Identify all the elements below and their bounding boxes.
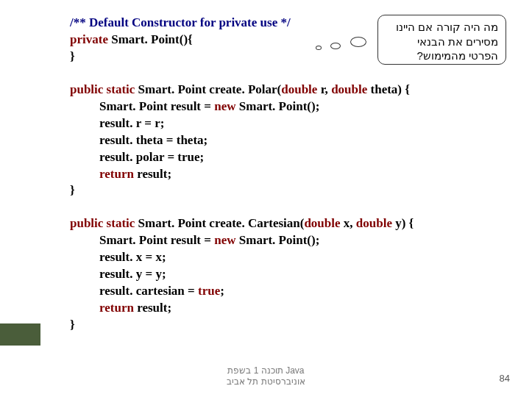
- footer-line: תוכנה 1 בשפת Java: [0, 365, 532, 377]
- slide-footer: תוכנה 1 בשפת Java אוניברסיטת תל אביב: [0, 365, 532, 388]
- keyword-return: return: [99, 301, 134, 315]
- code-line: result. theta = theta;: [70, 132, 510, 149]
- keyword-public: public: [70, 82, 103, 96]
- code-text: result. cartesian =: [99, 284, 198, 298]
- code-line: result. polar = true;: [70, 149, 510, 166]
- keyword-double: double: [304, 216, 340, 230]
- page-number: 84: [500, 373, 510, 384]
- code-constructor: /** Default Constructor for private use …: [70, 15, 510, 65]
- code-text: Smart. Point();: [236, 233, 320, 247]
- code-text: result;: [134, 167, 171, 181]
- keyword-double: double: [356, 216, 392, 230]
- code-text: x,: [341, 216, 356, 230]
- code-line: }: [70, 182, 510, 199]
- footer-line: אוניברסיטת תל אביב: [0, 376, 532, 388]
- code-text: Smart. Point();: [236, 99, 320, 113]
- code-line: }: [70, 49, 510, 65]
- keyword-static: static: [103, 216, 135, 230]
- keyword-new: new: [214, 233, 235, 247]
- code-create-polar: public static Smart. Point create. Polar…: [70, 82, 510, 200]
- code-create-cartesian: public static Smart. Point create. Carte…: [70, 215, 510, 334]
- code-text: Smart. Point result =: [99, 99, 214, 113]
- code-line: }: [70, 317, 510, 334]
- code-line: Smart. Point result = new Smart. Point()…: [70, 99, 510, 115]
- code-content: /** Default Constructor for private use …: [70, 15, 510, 350]
- keyword-static: static: [103, 82, 135, 96]
- code-text: y) {: [392, 216, 414, 230]
- code-text: Smart. Point result =: [99, 233, 214, 247]
- code-text: ;: [220, 284, 224, 298]
- code-comment: /** Default Constructor for private use …: [70, 15, 291, 29]
- code-line: result. y = y;: [70, 266, 510, 283]
- code-line: private Smart. Point(){: [70, 32, 510, 49]
- keyword-new: new: [214, 99, 235, 113]
- code-line: return result;: [70, 300, 510, 317]
- slide-accent-bar: [0, 323, 40, 346]
- keyword-public: public: [70, 216, 103, 230]
- code-text: r,: [317, 82, 331, 96]
- keyword-double: double: [281, 82, 317, 96]
- code-line: result. x = x;: [70, 249, 510, 266]
- code-text: Smart. Point create. Cartesian(: [135, 216, 304, 230]
- code-text: Smart. Point(){: [108, 32, 193, 46]
- code-line: result. r = r;: [70, 115, 510, 132]
- code-text: Smart. Point create. Polar(: [135, 82, 281, 96]
- code-line: public static Smart. Point create. Polar…: [70, 82, 510, 99]
- code-line: return result;: [70, 166, 510, 183]
- keyword-private: private: [70, 32, 108, 46]
- code-text: result;: [134, 301, 171, 315]
- code-text: theta) {: [367, 82, 410, 96]
- code-line: result. cartesian = true;: [70, 283, 510, 300]
- keyword-true: true: [198, 284, 220, 298]
- code-line: /** Default Constructor for private use …: [70, 15, 510, 32]
- keyword-double: double: [331, 82, 367, 96]
- code-line: Smart. Point result = new Smart. Point()…: [70, 232, 510, 249]
- code-line: public static Smart. Point create. Carte…: [70, 215, 510, 232]
- keyword-return: return: [99, 167, 134, 181]
